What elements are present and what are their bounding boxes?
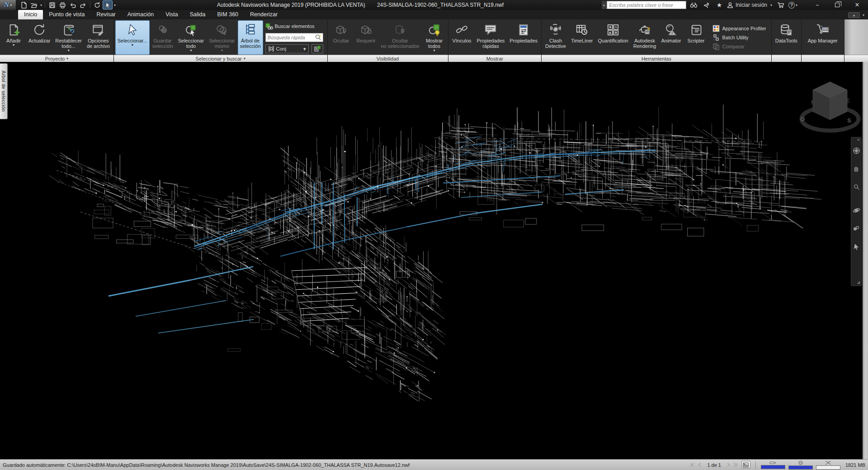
seleccionar-todo-button[interactable]: Seleccionar todo▾ xyxy=(176,20,206,55)
datatools-button[interactable]: DataTools xyxy=(773,20,800,55)
search-expand-arrow[interactable]: ▸ xyxy=(602,1,607,9)
conjuntos-dropdown[interactable]: Conj▾ xyxy=(265,44,309,53)
ocultar-no-seleccionados-button[interactable]: Ocultar no seleccionados xyxy=(379,20,422,55)
undo-button[interactable] xyxy=(68,0,78,9)
vinculos-button[interactable]: Vínculos xyxy=(450,20,474,55)
manage-sets-icon xyxy=(314,45,321,52)
ribbon-collapse-dropdown[interactable]: ▾ xyxy=(862,13,865,17)
new-file-icon xyxy=(20,2,27,9)
sheet-navigation: 1 de 1 xyxy=(690,462,738,468)
timeliner-button[interactable]: TimeLiner xyxy=(569,20,595,55)
pan-tool[interactable] xyxy=(852,163,861,174)
qat-customize-arrow[interactable]: ▾ xyxy=(113,3,117,7)
timeliner-icon xyxy=(575,22,589,38)
open-dropdown-arrow[interactable]: ▾ xyxy=(39,3,43,7)
infocenter-search: ▸ xyxy=(602,1,686,9)
select-tool-button[interactable] xyxy=(103,0,113,9)
app-manager-button[interactable]: App Manager xyxy=(803,20,843,55)
appearance-profiler-button[interactable]: Appearance Profiler xyxy=(712,25,766,32)
autodesk-rendering-button[interactable]: Autodesk Rendering xyxy=(631,20,659,55)
steering-wheel-tool[interactable] xyxy=(852,145,861,156)
group-label-seleccionar-buscar[interactable]: Seleccionar y buscar▾ xyxy=(114,55,327,62)
group-label-proyecto[interactable]: Proyecto▾ xyxy=(0,55,113,62)
ocultar-label: Ocultar xyxy=(333,38,349,43)
tab-vista[interactable]: Vista xyxy=(160,10,184,19)
tab-revisar[interactable]: Revisar xyxy=(90,10,121,19)
propiedades-button[interactable]: Propiedades xyxy=(507,20,540,55)
database-icon xyxy=(779,22,793,38)
animator-button[interactable]: Animator xyxy=(659,20,683,55)
requerir-button[interactable]: Requerir xyxy=(354,20,378,55)
clash-detective-button[interactable]: Clash Detective xyxy=(543,20,568,55)
model-wireframe[interactable] xyxy=(0,62,868,459)
search-button[interactable] xyxy=(689,1,699,9)
seleccionar-button[interactable]: Seleccionar...▾ xyxy=(115,20,150,55)
tab-punto-de-vista[interactable]: Punto de vista xyxy=(43,10,90,19)
compare-icon xyxy=(712,43,720,50)
properties-panel-icon xyxy=(517,22,530,38)
restablecer-label: Restablecer todo... xyxy=(55,38,82,49)
tab-renderizar[interactable]: Renderizar xyxy=(244,10,283,19)
tab-salida[interactable]: Salida xyxy=(184,10,212,19)
first-sheet-button[interactable] xyxy=(690,462,695,467)
tab-animacion[interactable]: Animación xyxy=(122,10,160,19)
ocultar-button[interactable]: Ocultar xyxy=(329,20,354,55)
buscar-elementos-button[interactable]: Buscar elementos xyxy=(265,22,323,31)
arbol-seleccion-button[interactable]: Árbol de selección xyxy=(238,20,263,55)
guardar-seleccion-button[interactable]: Guardar selección xyxy=(150,20,175,55)
redo-button[interactable] xyxy=(78,0,88,9)
next-sheet-button[interactable] xyxy=(726,462,731,467)
opciones-archivo-button[interactable]: Opciones de archivo xyxy=(85,20,112,55)
actualizar-button[interactable]: Actualizar xyxy=(26,20,52,55)
satellite-dish-icon xyxy=(703,2,710,8)
viewport-edge-scrollbar[interactable] xyxy=(863,62,868,459)
quick-find-input[interactable]: Búsqueda rápida xyxy=(265,33,323,42)
sheet-browser-button[interactable] xyxy=(741,461,750,469)
selection-tree-panel-tab[interactable]: Árbol de selección xyxy=(0,63,8,119)
new-file-button[interactable] xyxy=(19,0,28,9)
comparar-button[interactable]: Comparar xyxy=(712,43,766,50)
arbol-seleccion-label: Árbol de selección xyxy=(240,38,261,49)
restablecer-todo-button[interactable]: Restablecer todo...▾ xyxy=(53,20,84,55)
save-button[interactable] xyxy=(47,0,57,9)
viewport-3d[interactable]: Árbol de selección O S N E ✕ ◢ xyxy=(0,62,868,459)
ribbon-collapse-button[interactable]: ▲ xyxy=(848,12,860,18)
print-button[interactable] xyxy=(57,0,67,9)
zoom-tool[interactable] xyxy=(852,181,861,193)
app-store-button[interactable] xyxy=(776,1,786,9)
look-around-tool[interactable] xyxy=(852,222,861,234)
mostrar-todos-button[interactable]: Mostrar todos▾ xyxy=(422,20,447,55)
require-icon xyxy=(359,22,373,38)
restore-button[interactable] xyxy=(827,0,847,10)
application-menu-button[interactable]: N ▾ xyxy=(0,0,16,10)
tab-bim360[interactable]: BIM 360 xyxy=(211,10,244,19)
minimize-button[interactable]: − xyxy=(807,0,827,10)
sign-in-control[interactable]: Iniciar sesión ▾ xyxy=(727,2,773,8)
help-button[interactable]: ?▾ xyxy=(788,1,798,9)
viewcube[interactable]: O S N E xyxy=(799,75,863,134)
scripter-button[interactable]: Scripter xyxy=(684,20,708,55)
manage-sets-button[interactable] xyxy=(311,44,323,53)
communication-center-button[interactable] xyxy=(702,1,712,9)
quantification-button[interactable]: Quantification xyxy=(595,20,630,55)
vinculos-label: Vínculos xyxy=(452,38,471,43)
propiedades-rapidas-button[interactable]: Propiedades rápidas xyxy=(475,20,507,55)
batch-utility-button[interactable]: Batch Utility xyxy=(712,34,766,41)
tab-inicio[interactable]: Inicio xyxy=(18,10,43,19)
ribbon-end-panel xyxy=(844,19,868,55)
keyword-search-input[interactable] xyxy=(607,1,686,9)
anadir-button[interactable]: Añadir▾ xyxy=(1,20,26,55)
last-sheet-button[interactable] xyxy=(733,462,738,467)
orbit-tool[interactable] xyxy=(852,204,861,216)
favorites-button[interactable]: ★ xyxy=(714,1,724,9)
previous-sheet-button[interactable] xyxy=(697,462,702,467)
seleccionar-mismo-button[interactable]: Seleccionar mismo▾ xyxy=(207,20,237,55)
select-nav-tool[interactable] xyxy=(852,240,861,252)
open-file-button[interactable] xyxy=(29,0,39,9)
ocultar-no-seleccionados-label: Ocultar no seleccionados xyxy=(381,38,420,49)
navbar-customize-arrow[interactable]: ◢ xyxy=(856,280,861,285)
refresh-button[interactable] xyxy=(92,0,102,9)
teapot-render-icon xyxy=(638,22,651,38)
navbar-close-icon[interactable]: ✕ xyxy=(857,138,861,142)
close-button[interactable]: × xyxy=(847,0,867,10)
